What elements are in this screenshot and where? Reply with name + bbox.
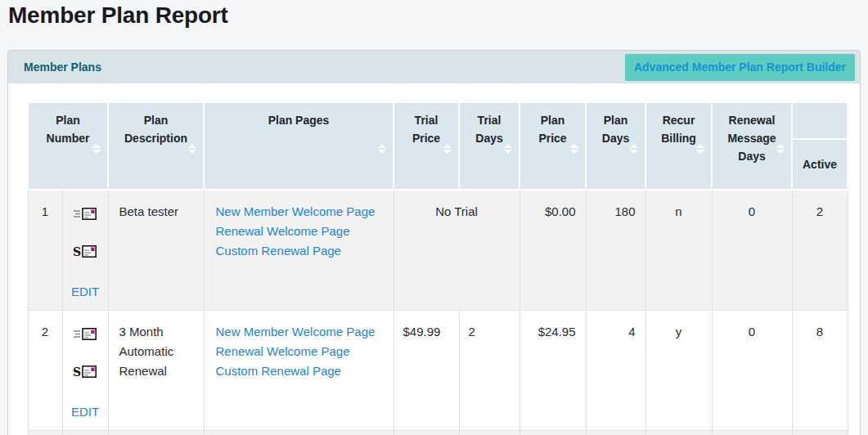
no-trial-cell: No Trial — [394, 190, 519, 310]
renewal-message-days-cell: 0 — [712, 310, 792, 430]
signup-email-icon[interactable]: S — [73, 365, 97, 379]
table-row-partial — [28, 430, 848, 435]
plan-price-cell: $24.95 — [519, 310, 586, 430]
advanced-report-builder-button[interactable]: Advanced Member Plan Report Builder — [625, 54, 855, 81]
col-header-renewal-message-days[interactable]: Renewal Message Days — [712, 102, 792, 190]
col-header-active-spacer — [792, 102, 848, 139]
page-title: Member Plan Report — [8, 2, 228, 29]
col-header-plan-pages[interactable]: Plan Pages — [204, 102, 394, 190]
sort-icon[interactable] — [570, 144, 579, 154]
member-plans-table: Plan Number Plan Description Plan Pages … — [27, 101, 848, 435]
col-header-label: Active — [803, 158, 837, 171]
plan-pages-cell: New Member Welcome Page Renewal Welcome … — [204, 190, 394, 310]
plan-days-cell: 4 — [586, 310, 645, 430]
trial-days-cell: 2 — [459, 310, 519, 430]
svg-text:S: S — [73, 245, 81, 258]
col-header-active[interactable]: Active — [792, 139, 848, 190]
sort-icon[interactable] — [696, 144, 705, 154]
col-header-label: Renewal Message Days — [727, 114, 776, 163]
panel-body: Plan Number Plan Description Plan Pages … — [8, 83, 860, 435]
panel-title: Member Plans — [24, 61, 101, 74]
table-row: 1 — [28, 190, 848, 310]
plan-description-cell: 3 Month Automatic Renewal — [108, 310, 204, 430]
new-member-welcome-page-link[interactable]: New Member Welcome Page — [216, 322, 387, 342]
plan-pages-cell: New Member Welcome Page Renewal Welcome … — [204, 310, 394, 430]
sort-icon[interactable] — [776, 144, 785, 154]
col-header-label: Plan Number — [47, 114, 90, 145]
send-email-icon[interactable] — [73, 327, 97, 341]
plan-days-cell: 180 — [586, 190, 645, 310]
col-header-label: Plan Pages — [268, 114, 330, 127]
active-count-cell: 8 — [792, 310, 848, 430]
renewal-welcome-page-link[interactable]: Renewal Welcome Page — [216, 222, 387, 241]
plan-actions-cell: S EDIT — [62, 310, 108, 430]
col-header-label: Trial Price — [412, 114, 440, 145]
member-plans-panel: Member Plans Advanced Member Plan Report… — [7, 50, 861, 435]
signup-email-icon[interactable]: S — [73, 244, 97, 258]
sort-icon[interactable] — [92, 144, 101, 154]
table-row: 2 — [28, 310, 848, 430]
renewal-welcome-page-link[interactable]: Renewal Welcome Page — [216, 342, 387, 361]
sort-icon[interactable] — [504, 144, 513, 154]
svg-text:S: S — [73, 365, 81, 379]
send-email-icon[interactable] — [73, 207, 97, 221]
col-header-plan-number[interactable]: Plan Number — [28, 102, 108, 190]
plan-actions-cell: S EDIT — [62, 190, 108, 310]
custom-renewal-page-link[interactable]: Custom Renewal Page — [216, 361, 387, 381]
sort-icon[interactable] — [630, 144, 639, 154]
sort-icon[interactable] — [378, 144, 387, 154]
sort-icon[interactable] — [443, 144, 452, 154]
edit-plan-link[interactable]: EDIT — [71, 282, 99, 302]
plan-number-cell: 1 — [28, 190, 62, 310]
renewal-message-days-cell: 0 — [712, 190, 792, 310]
sort-icon[interactable] — [188, 144, 197, 154]
col-header-label: Trial Days — [475, 114, 502, 145]
col-header-trial-price[interactable]: Trial Price — [394, 102, 459, 190]
col-header-recur-billing[interactable]: Recur Billing — [645, 102, 712, 190]
col-header-plan-description[interactable]: Plan Description — [108, 102, 204, 190]
panel-header: Member Plans Advanced Member Plan Report… — [8, 51, 860, 83]
plan-price-cell: $0.00 — [519, 190, 586, 310]
recur-billing-cell: y — [645, 310, 712, 430]
col-header-label: Recur Billing — [661, 114, 696, 145]
col-header-label: Plan Days — [602, 114, 629, 145]
plan-description-cell: Beta tester — [108, 190, 204, 310]
trial-price-cell: $49.99 — [394, 310, 459, 430]
plan-number-cell: 2 — [28, 310, 62, 430]
col-header-plan-price[interactable]: Plan Price — [519, 102, 586, 190]
col-header-plan-days[interactable]: Plan Days — [586, 102, 645, 190]
edit-plan-link[interactable]: EDIT — [71, 402, 99, 422]
col-header-label: Plan Price — [538, 114, 566, 145]
custom-renewal-page-link[interactable]: Custom Renewal Page — [216, 241, 387, 261]
col-header-trial-days[interactable]: Trial Days — [459, 102, 519, 190]
recur-billing-cell: n — [645, 190, 712, 310]
active-count-cell: 2 — [792, 190, 848, 310]
new-member-welcome-page-link[interactable]: New Member Welcome Page — [216, 202, 387, 222]
col-header-label: Plan Description — [124, 114, 187, 145]
